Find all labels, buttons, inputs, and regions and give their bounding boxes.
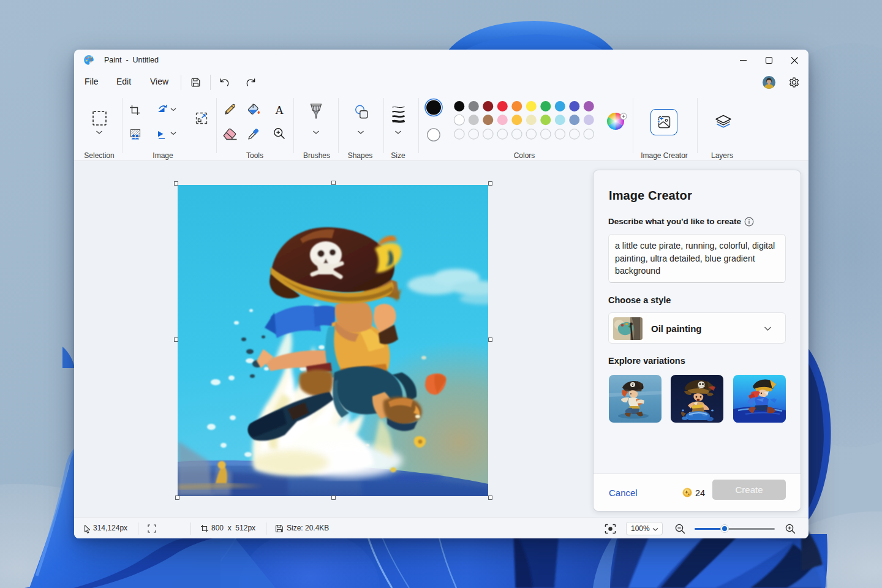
- svg-text:A: A: [275, 104, 284, 116]
